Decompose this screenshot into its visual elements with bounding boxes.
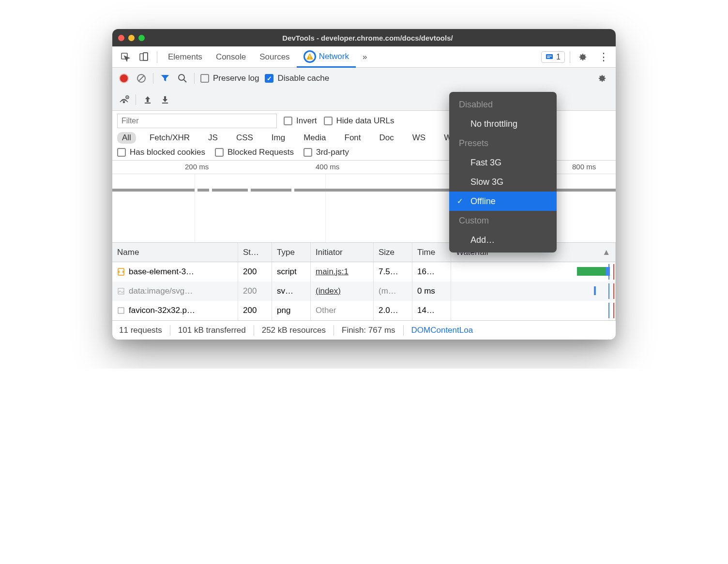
preserve-log-checkbox[interactable]: Preserve log [200, 74, 259, 83]
status-dcl[interactable]: DOMContentLoa [411, 326, 473, 335]
row-status: 200 [238, 282, 272, 301]
gridline [195, 174, 195, 242]
settings-gear-icon[interactable] [575, 52, 591, 62]
col-name[interactable]: Name [112, 243, 238, 262]
checkbox-checked-icon: ✓ [265, 74, 273, 83]
filter-icon[interactable] [159, 73, 171, 84]
filter-type-media[interactable]: Media [299, 132, 331, 144]
more-tabs[interactable]: » [356, 46, 374, 68]
issues-badge[interactable]: 1 [541, 51, 565, 63]
blocked-cookies-label: Has blocked cookies [130, 148, 205, 157]
separator [570, 51, 570, 63]
dropdown-slow-3g[interactable]: Slow 3G [449, 172, 557, 192]
row-type: sv… [272, 282, 311, 301]
tab-console[interactable]: Console [209, 46, 253, 68]
disable-cache-label: Disable cache [277, 74, 329, 83]
tab-elements[interactable]: Elements [161, 46, 209, 68]
dropdown-no-throttling[interactable]: No throttling [449, 114, 557, 134]
row-initiator[interactable]: main.js:1 [316, 267, 349, 277]
separator [403, 325, 404, 336]
throttling-icon[interactable] [118, 94, 130, 105]
status-bar: 11 requests 101 kB transferred 252 kB re… [112, 320, 616, 340]
row-size: (m… [374, 282, 412, 301]
table-row[interactable]: data:image/svg… 200 sv… (index) (m… 0 ms [112, 282, 616, 301]
close-button[interactable] [118, 35, 124, 41]
col-initiator[interactable]: Initiator [311, 243, 374, 262]
checkbox-icon [117, 148, 126, 157]
search-icon[interactable] [177, 73, 188, 84]
svg-rect-15 [145, 103, 151, 104]
sort-indicator-icon: ▲ [602, 248, 610, 257]
blocked-requests-checkbox[interactable]: Blocked Requests [215, 148, 294, 157]
svg-line-12 [184, 80, 186, 82]
third-party-checkbox[interactable]: 3rd-party [303, 148, 349, 157]
issues-icon [546, 53, 553, 61]
filter-type-img[interactable]: Img [267, 132, 290, 144]
col-time[interactable]: Time [412, 243, 451, 262]
filter-type-ws[interactable]: WS [408, 132, 430, 144]
dropdown-header-disabled: Disabled [449, 95, 557, 114]
timeline-gap [248, 189, 251, 192]
separator [254, 325, 254, 336]
status-transferred: 101 kB transferred [178, 326, 246, 335]
row-waterfall [451, 262, 616, 282]
col-type[interactable]: Type [272, 243, 311, 262]
table-row[interactable]: favicon-32x32.p… 200 png Other 2.0… 14… [112, 301, 616, 320]
row-initiator: Other [311, 301, 374, 320]
status-resources: 252 kB resources [262, 326, 326, 335]
image-file-icon [117, 287, 125, 295]
invert-label: Invert [296, 116, 317, 126]
blocked-cookies-checkbox[interactable]: Has blocked cookies [117, 148, 205, 157]
record-button[interactable] [118, 73, 130, 84]
row-size: 2.0… [374, 301, 412, 320]
timeline-gap [291, 189, 294, 192]
inspect-icon[interactable] [119, 51, 132, 63]
timeline-tick: 800 ms [572, 163, 596, 171]
filter-type-all[interactable]: All [117, 132, 136, 144]
clear-icon[interactable] [136, 73, 147, 84]
dropdown-fast-3g[interactable]: Fast 3G [449, 153, 557, 172]
row-waterfall [451, 282, 616, 301]
filter-input[interactable] [117, 114, 277, 128]
minimize-button[interactable] [128, 35, 135, 41]
disable-cache-checkbox[interactable]: ✓ Disable cache [265, 74, 329, 83]
svg-rect-6 [546, 54, 553, 59]
dropdown-offline[interactable]: ✓ Offline [449, 192, 557, 211]
filter-type-css[interactable]: CSS [231, 132, 258, 144]
dropdown-add[interactable]: Add… [449, 230, 557, 250]
status-finish: Finish: 767 ms [342, 326, 395, 335]
network-settings-gear-icon[interactable] [594, 74, 610, 83]
svg-rect-5 [309, 58, 310, 59]
svg-point-11 [179, 74, 184, 80]
row-initiator[interactable]: (index) [316, 286, 341, 296]
separator [334, 325, 334, 336]
col-size[interactable]: Size [374, 243, 412, 262]
device-toggle-icon[interactable] [137, 51, 150, 63]
table-row[interactable]: base-element-3… 200 script main.js:1 7.5… [112, 262, 616, 282]
image-file-icon [117, 307, 125, 314]
upload-icon[interactable] [142, 94, 153, 105]
filter-type-fetch[interactable]: Fetch/XHR [145, 132, 195, 144]
download-icon[interactable] [159, 94, 171, 105]
row-type: png [272, 301, 311, 320]
filter-type-font[interactable]: Font [340, 132, 366, 144]
third-party-label: 3rd-party [316, 148, 349, 157]
preserve-log-label: Preserve log [213, 74, 259, 83]
tab-sources[interactable]: Sources [253, 46, 296, 68]
row-time: 0 ms [412, 282, 451, 301]
svg-line-10 [138, 75, 144, 81]
tab-network[interactable]: Network [297, 46, 356, 68]
separator [194, 73, 195, 84]
throttling-dropdown: Disabled No throttling Presets Fast 3G S… [449, 92, 557, 252]
titlebar: DevTools - developer.chrome.com/docs/dev… [112, 29, 616, 46]
maximize-button[interactable] [138, 35, 145, 41]
requests-table: Name St… Type Initiator Size Time Waterf… [112, 243, 616, 320]
status-requests: 11 requests [119, 326, 162, 335]
filter-type-doc[interactable]: Doc [375, 132, 399, 144]
invert-checkbox[interactable]: Invert [284, 116, 317, 126]
col-status[interactable]: St… [238, 243, 272, 262]
js-file-icon [117, 268, 125, 276]
more-menu-icon[interactable]: ⋮ [595, 51, 612, 63]
hide-data-urls-checkbox[interactable]: Hide data URLs [324, 116, 394, 126]
filter-type-js[interactable]: JS [203, 132, 223, 144]
